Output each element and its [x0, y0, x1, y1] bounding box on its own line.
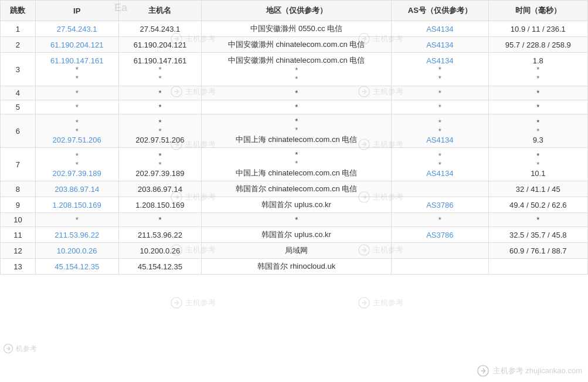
time-star-extra: *	[536, 74, 539, 83]
cell-region: 韩国首尔 chinatelecom.com.cn 电信	[202, 181, 392, 197]
hostname-value: 61.190.147.161	[134, 56, 186, 65]
cell-time: **9.3	[488, 114, 587, 148]
cell-time: 49.4 / 50.2 / 62.6	[488, 197, 587, 213]
region-value: 局域网	[285, 246, 308, 255]
time-extra: 9.3	[533, 136, 543, 144]
cell-ip[interactable]: 211.53.96.22	[35, 227, 118, 243]
ip-link[interactable]: 61.190.204.121	[50, 40, 103, 49]
cell-time: 10.9 / 11 / 236.1	[488, 21, 587, 37]
table-row: 8203.86.97.14203.86.97.14韩国首尔 chinatelec…	[1, 181, 588, 197]
cell-region: 中国安徽滁州 chinatelecom.com.cn 电信**	[202, 53, 392, 86]
cell-as	[392, 259, 489, 275]
as-star-extra: *	[439, 65, 441, 74]
cell-region: 中国安徽滁州 chinatelecom.com.cn 电信	[202, 37, 392, 53]
region-star-extra: *	[295, 159, 298, 168]
cell-ip[interactable]: 61.190.204.121	[35, 37, 118, 53]
as-link[interactable]: AS3786	[426, 201, 453, 209]
ip-link[interactable]: 203.86.97.14	[55, 185, 99, 194]
cell-as: **AS4134	[392, 148, 489, 181]
cell-time: *	[488, 86, 587, 100]
region-extra: 中国上海 chinatelecom.com.cn 电信	[236, 168, 357, 177]
cell-hop: 9	[1, 197, 36, 213]
hostname-value: 211.53.96.22	[138, 231, 182, 239]
ip-link[interactable]: 61.190.147.161	[50, 56, 103, 65]
cell-ip: *	[35, 100, 118, 114]
cell-ip[interactable]: 10.200.0.26	[35, 243, 118, 259]
ip-link[interactable]: 211.53.96.22	[55, 231, 99, 239]
ip-star: *	[76, 151, 79, 160]
region-value: 韩国首尔 rhinocloud.uk	[257, 262, 335, 271]
cell-time: 32.5 / 35.7 / 45.8	[488, 227, 587, 243]
cell-hostname: *	[118, 86, 202, 100]
hostname-extra: 202.97.39.189	[135, 169, 184, 178]
ip-link[interactable]: 27.54.243.1	[57, 25, 97, 33]
col-header-time: 时间（毫秒）	[488, 1, 587, 21]
as-link[interactable]: AS4134	[426, 40, 453, 49]
cell-ip[interactable]: 45.154.12.35	[35, 259, 118, 275]
col-header-ip: IP	[35, 1, 118, 21]
as-link-extra[interactable]: AS4134	[426, 136, 453, 144]
hostname-star-extra: *	[158, 127, 161, 136]
as-link[interactable]: AS3786	[426, 231, 453, 239]
cell-as[interactable]: AS4134	[392, 37, 489, 53]
time-star-extra: *	[536, 127, 539, 136]
time-star-extra: *	[536, 160, 539, 169]
hostname-star-extra: *	[158, 65, 161, 74]
page-wrapper: 主机参考 主机参考 主机参考 主机参考 主机参考 主机参考 主机参考 主机参考 …	[0, 0, 588, 382]
cell-as: *	[392, 100, 489, 114]
cell-hop: 1	[1, 21, 36, 37]
cell-ip[interactable]: 203.86.97.14	[35, 181, 118, 197]
cell-hostname: 61.190.147.161**	[118, 53, 202, 86]
time-value: *	[536, 89, 539, 97]
ip-star-extra: *	[76, 74, 79, 83]
svg-point-12	[477, 366, 488, 376]
ip-star-extra: *	[76, 127, 79, 136]
ip-star: *	[76, 215, 79, 224]
cell-time: 95.7 / 228.8 / 258.9	[488, 37, 587, 53]
ip-link[interactable]: 10.200.0.26	[57, 246, 97, 255]
cell-hostname: **202.97.51.206	[118, 114, 202, 148]
as-star-extra: *	[439, 127, 441, 136]
cell-ip: **202.97.39.189	[35, 148, 118, 181]
time-value: 10.9 / 11 / 236.1	[511, 25, 566, 33]
as-link-extra[interactable]: AS4134	[426, 169, 453, 178]
cell-as[interactable]: AS4134	[392, 21, 489, 37]
cell-hostname: 27.54.243.1	[118, 21, 202, 37]
cell-ip[interactable]: 1.208.150.169	[35, 197, 118, 213]
ip-link[interactable]: 1.208.150.169	[53, 201, 101, 209]
col-header-region: 地区（仅供参考）	[202, 1, 392, 21]
cell-region: **中国上海 chinatelecom.com.cn 电信	[202, 114, 392, 148]
cell-ip[interactable]: 61.190.147.161**	[35, 53, 118, 86]
region-value: 韩国首尔 chinatelecom.com.cn 电信	[236, 184, 357, 193]
hostname-value: *	[158, 89, 161, 97]
cell-as[interactable]: AS3786	[392, 197, 489, 213]
ip-star: *	[76, 89, 79, 97]
svg-point-10	[359, 298, 369, 308]
time-value: 32.5 / 35.7 / 45.8	[509, 231, 567, 239]
as-link[interactable]: AS4134	[426, 25, 453, 33]
cell-as[interactable]: AS4134**	[392, 53, 489, 86]
cell-hop: 6	[1, 114, 36, 148]
cell-ip[interactable]: 27.54.243.1	[35, 21, 118, 37]
region-star-extra: *	[295, 75, 298, 83]
time-value: *	[536, 118, 539, 127]
ip-link[interactable]: 45.154.12.35	[55, 262, 99, 271]
region-value: *	[295, 150, 298, 159]
as-star-extra: *	[439, 74, 441, 83]
as-value: *	[439, 215, 441, 224]
region-star-extra: *	[295, 66, 298, 75]
as-link[interactable]: AS4134	[426, 56, 453, 65]
hostname-value: 27.54.243.1	[140, 25, 181, 33]
table-row: 261.190.204.12161.190.204.121中国安徽滁州 chin…	[1, 37, 588, 53]
hostname-value: 45.154.12.35	[138, 262, 182, 271]
ip-link-extra[interactable]: 202.97.51.206	[53, 136, 101, 144]
hostname-value: *	[158, 118, 161, 127]
region-value: 中国安徽滁州 0550.cc 电信	[250, 24, 342, 33]
ip-link-extra[interactable]: 202.97.39.189	[53, 169, 101, 178]
cell-as[interactable]: AS3786	[392, 227, 489, 243]
time-value: *	[536, 151, 539, 160]
cell-hostname: 203.86.97.14	[118, 181, 202, 197]
cell-time	[488, 259, 587, 275]
hostname-value: *	[158, 151, 161, 160]
cell-hostname: 10.200.0.26	[118, 243, 202, 259]
